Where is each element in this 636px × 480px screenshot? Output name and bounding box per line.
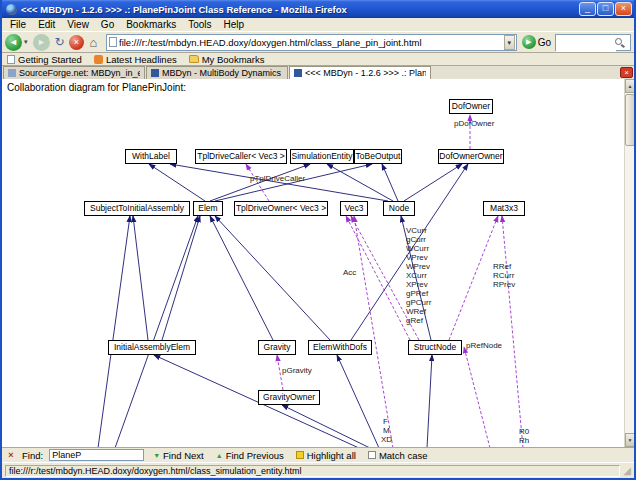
- bookmark-label: Latest Headlines: [106, 54, 177, 65]
- menu-tools[interactable]: Tools: [182, 18, 217, 31]
- scrollbar-thumb[interactable]: [625, 94, 634, 146]
- scroll-down-icon[interactable]: ▼: [625, 433, 634, 447]
- diagram-node-withlabel[interactable]: WithLabel: [125, 149, 177, 164]
- bookmark-getting-started[interactable]: Getting Started: [7, 54, 82, 65]
- tab-favicon: [151, 69, 159, 77]
- menu-go[interactable]: Go: [95, 18, 120, 31]
- home-icon[interactable]: ⌂: [86, 35, 101, 50]
- diagram-edge-label: WCurr: [406, 244, 429, 253]
- diagram-edge-label: pGravity: [282, 366, 312, 375]
- bookmark-latest-headlines[interactable]: Latest Headlines: [94, 54, 177, 65]
- forward-button[interactable]: ►: [33, 34, 50, 51]
- navigation-toolbar: ◄ ▾ ► ↻ × ⌂ ▾ ▶ Go: [2, 32, 634, 53]
- diagram-node-tpldriveowner-vec3[interactable]: TplDriveOwner< Vec3 >: [234, 201, 328, 216]
- diagram-node-simulationentity[interactable]: SimulationEntity: [290, 149, 354, 164]
- diagram-edge: [133, 216, 148, 340]
- highlight-all-label: Highlight all: [307, 450, 356, 461]
- diagram-node-tobeoutput[interactable]: ToBeOutput: [354, 149, 402, 164]
- search-input[interactable]: [556, 39, 616, 52]
- highlight-all-button[interactable]: Highlight all: [293, 449, 359, 462]
- back-button[interactable]: ◄: [5, 34, 22, 51]
- find-input[interactable]: [49, 449, 144, 461]
- diagram-node-elem[interactable]: Elem: [193, 201, 223, 216]
- match-case-checkbox[interactable]: [368, 451, 376, 459]
- firefox-window: <<< MBDyn - 1.2.6 >>> .: PlanePinJoint C…: [0, 0, 636, 480]
- tab-label: MBDyn - MultiBody Dynamics: [162, 68, 281, 78]
- diagram-node-mat3x3[interactable]: Mat3x3: [483, 201, 525, 216]
- window-title: <<< MBDyn - 1.2.6 >>> .: PlanePinJoint C…: [21, 4, 579, 15]
- tab-mbdyn-home[interactable]: MBDyn - MultiBody Dynamics: [146, 66, 288, 79]
- vertical-scrollbar[interactable]: ▲ ▼: [624, 79, 634, 447]
- diagram-edge: [98, 216, 130, 447]
- diagram-edge-label: XPrev: [406, 280, 428, 289]
- find-previous-label: Find Previous: [226, 450, 284, 461]
- find-label: Find:: [22, 450, 43, 461]
- address-dropdown-icon[interactable]: ▾: [504, 35, 515, 50]
- find-next-icon: ▼: [153, 452, 160, 459]
- diagram-edge-label: RPrev: [493, 280, 515, 289]
- match-case-option[interactable]: Match case: [365, 449, 431, 462]
- stop-icon[interactable]: ×: [69, 35, 84, 50]
- diagram-node-elemwithdofs[interactable]: ElemWithDofs: [308, 340, 372, 355]
- menu-view[interactable]: View: [61, 18, 95, 31]
- tab-label: <<< MBDyn - 1.2.6 >>> .: PlanePinJ...: [305, 68, 426, 78]
- bookmark-my-bookmarks[interactable]: My Bookmarks: [189, 54, 265, 65]
- diagram-node-structnode[interactable]: StructNode: [408, 340, 462, 355]
- address-input[interactable]: [117, 36, 504, 49]
- close-tab-button[interactable]: ×: [620, 67, 633, 78]
- diagram-edge: [346, 216, 410, 340]
- find-close-icon[interactable]: ×: [6, 450, 16, 460]
- maximize-button[interactable]: □: [597, 2, 614, 16]
- menu-bookmarks[interactable]: Bookmarks: [120, 18, 182, 31]
- find-next-button[interactable]: ▼ Find Next: [150, 449, 207, 462]
- diagram-edge-label: R0: [519, 427, 529, 436]
- diagram-node-dofownerowner[interactable]: DofOwnerOwner: [438, 149, 504, 164]
- menu-bar: File Edit View Go Bookmarks Tools Help: [2, 18, 634, 32]
- tab-bar: SourceForge.net: MBDyn_in_eclipse MBDyn …: [2, 66, 634, 79]
- reload-icon[interactable]: ↻: [52, 35, 67, 49]
- diagram-node-node[interactable]: Node: [383, 201, 415, 216]
- diagram-node-initialassemblyelem[interactable]: InitialAssemblyElem: [108, 340, 196, 355]
- title-bar[interactable]: <<< MBDyn - 1.2.6 >>> .: PlanePinJoint C…: [2, 0, 634, 18]
- diagram-node-gravity[interactable]: Gravity: [258, 340, 296, 355]
- menu-edit[interactable]: Edit: [32, 18, 61, 31]
- find-previous-button[interactable]: ▲ Find Previous: [213, 449, 287, 462]
- diagram-node-vec3[interactable]: Vec3: [340, 201, 368, 216]
- close-button[interactable]: ×: [615, 2, 632, 16]
- address-bar: ▾: [106, 34, 517, 51]
- diagram-edge: [327, 164, 393, 201]
- highlighter-icon: [296, 451, 304, 459]
- tab-planepinjoint-active[interactable]: <<< MBDyn - 1.2.6 >>> .: PlanePinJ...: [289, 66, 431, 79]
- diagram-edge: [502, 216, 523, 447]
- find-previous-icon: ▲: [216, 452, 223, 459]
- diagram-edge-label: WRef: [406, 307, 426, 316]
- resize-grip[interactable]: ◢: [623, 466, 631, 476]
- diagram-edge: [149, 164, 205, 201]
- diagram-edge-label: pRefNode: [466, 341, 502, 350]
- menu-help[interactable]: Help: [218, 18, 251, 31]
- find-toolbar: × Find: ▼ Find Next ▲ Find Previous High…: [2, 447, 634, 462]
- go-button[interactable]: ▶ Go: [522, 35, 553, 49]
- diagram-node-dofowner[interactable]: DofOwner: [449, 99, 493, 114]
- tab-sourceforge[interactable]: SourceForge.net: MBDyn_in_eclipse: [3, 66, 145, 79]
- diagram-edge-label: M: [383, 426, 390, 435]
- diagram-node-gravityowner[interactable]: GravityOwner: [258, 390, 320, 405]
- diagram-edge: [449, 216, 498, 340]
- scroll-up-icon[interactable]: ▲: [625, 79, 634, 93]
- match-case-label: Match case: [379, 450, 428, 461]
- diagram-edge: [427, 355, 432, 447]
- diagram-edge-label: gRef: [406, 316, 423, 325]
- diagram-edge-label: F: [383, 417, 388, 426]
- search-icon[interactable]: [615, 38, 622, 45]
- diagram-node-tpldrivecaller-vec3[interactable]: TplDriveCaller< Vec3 >: [195, 149, 287, 164]
- tab-label: SourceForge.net: MBDyn_in_eclipse: [19, 68, 140, 78]
- minimize-button[interactable]: _: [579, 2, 596, 16]
- bookmark-label: My Bookmarks: [202, 54, 265, 65]
- diagram-edge-label: XD: [381, 435, 392, 444]
- diagram-edge: [154, 355, 359, 447]
- menu-file[interactable]: File: [4, 18, 32, 31]
- diagram-edge: [404, 164, 462, 201]
- diagram-edge-label: pTplDriveCaller: [250, 174, 305, 183]
- diagram-node-subjecttoinitialassembly[interactable]: SubjectToInitialAssembly: [84, 201, 190, 216]
- back-history-dropdown-icon[interactable]: ▾: [24, 38, 31, 46]
